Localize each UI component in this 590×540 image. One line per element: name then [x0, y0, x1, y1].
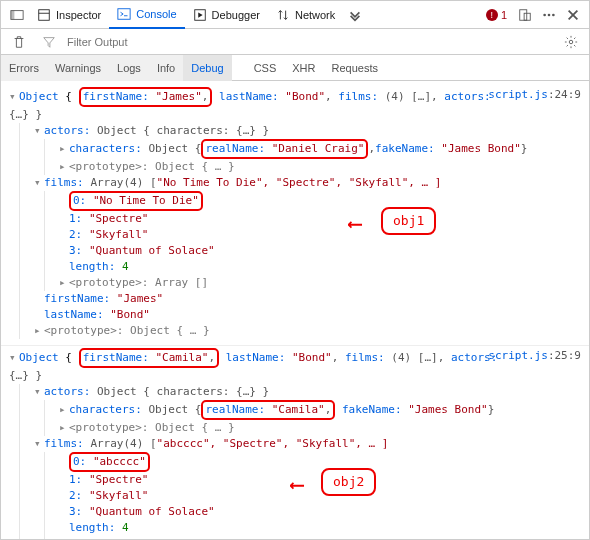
twisty-icon[interactable] — [34, 123, 44, 139]
filter-css[interactable]: CSS — [246, 55, 285, 81]
prototype-row: <prototype>: Object { … } — [69, 159, 235, 175]
prototype-row: <prototype>: Array [] — [69, 275, 208, 291]
annotation-arrow: ⟵ — [291, 474, 303, 494]
filter-output-input[interactable] — [67, 36, 553, 48]
object-head-tail: {…} } — [9, 368, 581, 384]
svg-point-11 — [548, 13, 551, 16]
twisty-icon[interactable] — [59, 275, 69, 291]
console-filterbar: Errors Warnings Logs Info Debug CSS XHR … — [1, 55, 589, 81]
filter-logs[interactable]: Logs — [109, 55, 149, 81]
svg-point-10 — [543, 13, 546, 16]
twisty-icon[interactable] — [9, 350, 19, 366]
source-link[interactable]: script.js:24:9 — [488, 87, 581, 103]
log-message: script.js:25:9 Object { firstName: "Cami… — [1, 346, 589, 540]
tab-inspector[interactable]: Inspector — [29, 1, 109, 29]
console-toolbar — [1, 29, 589, 55]
prototype-row: <prototype>: Object { … } — [44, 323, 210, 339]
devtools-tabbar: Inspector Console Debugger Network ! 1 — [1, 1, 589, 29]
trash-icon[interactable] — [7, 30, 31, 54]
twisty-icon[interactable] — [59, 420, 69, 436]
object-head-tail: {…} } — [9, 107, 581, 123]
annotation-label-obj1: obj1 — [381, 207, 436, 235]
close-icon[interactable] — [561, 3, 585, 27]
svg-rect-2 — [39, 9, 50, 20]
responsive-icon[interactable] — [513, 3, 537, 27]
highlight-firstname: firstName: "Camila", — [79, 348, 219, 368]
type-label: Object — [19, 350, 59, 366]
annotation-arrow: ⟵ — [349, 213, 361, 233]
source-link[interactable]: script.js:25:9 — [488, 348, 581, 364]
prototype-row: <prototype>: Array [] — [69, 536, 208, 540]
settings-gear-icon[interactable] — [559, 30, 583, 54]
funnel-icon — [37, 30, 61, 54]
tab-debugger[interactable]: Debugger — [185, 1, 268, 29]
filter-errors[interactable]: Errors — [1, 55, 47, 81]
filter-debug[interactable]: Debug — [183, 55, 231, 81]
error-dot-icon: ! — [486, 9, 498, 21]
overflow-icon[interactable] — [343, 3, 367, 27]
twisty-icon[interactable] — [34, 175, 44, 191]
twisty-icon[interactable] — [34, 436, 44, 452]
object-body: actors: Object { characters: {…} } chara… — [19, 384, 581, 540]
twisty-icon[interactable] — [9, 89, 19, 105]
highlight-firstname: firstName: "James", — [79, 87, 213, 107]
svg-marker-7 — [198, 12, 202, 17]
filter-requests[interactable]: Requests — [324, 55, 386, 81]
highlight-realname: realName: "Camila", — [201, 400, 335, 420]
tab-label: Console — [136, 8, 176, 20]
twisty-icon[interactable] — [59, 159, 69, 175]
filter-warnings[interactable]: Warnings — [47, 55, 109, 81]
prototype-row: <prototype>: Object { … } — [69, 420, 235, 436]
log-message: script.js:24:9 Object { firstName: "Jame… — [1, 85, 589, 346]
more-icon[interactable] — [537, 3, 561, 27]
tab-label: Debugger — [212, 9, 260, 21]
object-body: actors: Object { characters: {…} } chara… — [19, 123, 581, 339]
twisty-icon[interactable] — [34, 384, 44, 400]
highlight-film0: 0: "No Time To Die" — [69, 191, 203, 211]
tab-label: Network — [295, 9, 335, 21]
error-count-badge[interactable]: ! 1 — [486, 9, 507, 21]
svg-rect-1 — [11, 10, 15, 19]
annotation-label-obj2: obj2 — [321, 468, 376, 496]
filter-info[interactable]: Info — [149, 55, 183, 81]
tab-label: Inspector — [56, 9, 101, 21]
twisty-icon[interactable] — [34, 323, 44, 339]
twisty-icon[interactable] — [59, 402, 69, 418]
svg-rect-4 — [118, 9, 130, 20]
dock-icon[interactable] — [5, 3, 29, 27]
twisty-icon[interactable] — [59, 141, 69, 157]
highlight-realname: realName: "Daniel Craig" — [201, 139, 368, 159]
tab-console[interactable]: Console — [109, 1, 184, 29]
console-output: script.js:24:9 Object { firstName: "Jame… — [1, 81, 589, 540]
highlight-film0: 0: "abcccc" — [69, 452, 150, 472]
svg-point-12 — [552, 13, 555, 16]
error-count: 1 — [501, 9, 507, 21]
type-label: Object — [19, 89, 59, 105]
filter-xhr[interactable]: XHR — [284, 55, 323, 81]
svg-point-15 — [569, 40, 573, 44]
tab-network[interactable]: Network — [268, 1, 343, 29]
twisty-icon[interactable] — [59, 536, 69, 540]
svg-rect-8 — [520, 9, 527, 20]
